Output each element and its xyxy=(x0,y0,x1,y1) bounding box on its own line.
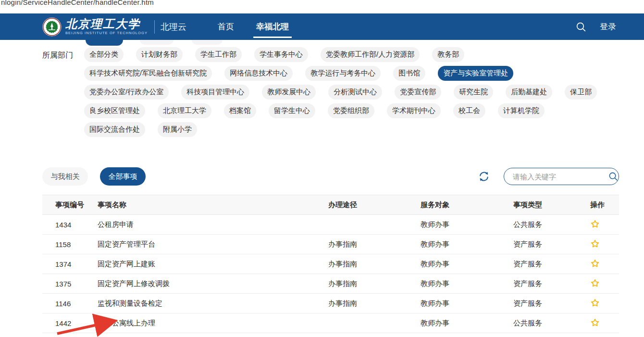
tag-row: 国际交流合作处附属小学 xyxy=(84,122,625,137)
filter-tag[interactable]: 良乡校区管理处 xyxy=(84,103,145,118)
favorite-star-icon[interactable] xyxy=(590,278,600,288)
filter-tag[interactable]: 教师发展中心 xyxy=(262,85,316,100)
filter-tag[interactable]: 留学生中心 xyxy=(269,103,315,118)
university-name-cn: 北京理工大学 xyxy=(65,18,148,30)
cutoff-selected-tag xyxy=(86,40,123,46)
filter-tag[interactable]: 分析测试中心 xyxy=(328,85,382,100)
filter-tag[interactable]: 北京理工大学 xyxy=(158,103,211,118)
table-row[interactable]: 1442教工公寓线上办理教师办事公共服务 xyxy=(42,313,619,333)
table-row[interactable]: 1375固定资产网上修改调拨办事指南教师办事资产服务 xyxy=(42,274,619,294)
filter-tag[interactable]: 研究生院 xyxy=(454,85,493,100)
type-cell: 资产服务 xyxy=(509,294,586,313)
item-name-cell[interactable]: 固定资产管理平台 xyxy=(94,235,324,254)
refresh-icon[interactable] xyxy=(477,170,491,183)
filter-tag[interactable]: 校工会 xyxy=(453,103,485,118)
header-search-icon[interactable] xyxy=(576,22,586,32)
action-cell xyxy=(586,274,619,294)
audience-cell: 教师办事 xyxy=(417,294,509,313)
channel-cell: 办事指南 xyxy=(324,254,417,274)
filter-tag[interactable]: 科技项目管理中心 xyxy=(181,85,249,100)
item-id-cell: 1442 xyxy=(42,313,94,333)
filter-tag[interactable]: 教务部 xyxy=(432,47,464,62)
cutoff-tag xyxy=(140,40,173,45)
filter-tag[interactable]: 学生工作部 xyxy=(195,47,242,62)
favorite-star-icon[interactable] xyxy=(590,239,600,249)
item-id-cell: 1158 xyxy=(42,235,94,254)
type-cell: 公共服务 xyxy=(509,313,586,333)
tab-related-to-me[interactable]: 与我相关 xyxy=(42,167,88,186)
filter-tag[interactable]: 党委教师工作部/人力资源部 xyxy=(321,47,420,62)
tab-all-items[interactable]: 全部事项 xyxy=(100,167,146,186)
filter-tag[interactable]: 国际交流合作处 xyxy=(84,122,145,137)
type-cell: 资产服务 xyxy=(509,235,586,254)
filter-tag[interactable]: 学生事务中心 xyxy=(254,47,308,62)
action-cell xyxy=(586,294,619,313)
login-button[interactable]: 登录 xyxy=(600,21,616,32)
filter-tag[interactable]: 党委办公室/行政办公室 xyxy=(84,85,169,100)
table-body: 1434公租房申请教师办事公共服务1158固定资产管理平台办事指南教师办事资产服… xyxy=(42,215,619,333)
active-tab-underline xyxy=(253,37,292,38)
type-cell: 资产服务 xyxy=(509,254,586,274)
site-logo[interactable]: 北京理工大学 BEIJING INSTITUTE OF TECHNOLOGY 北… xyxy=(42,17,186,37)
keyword-search-input[interactable] xyxy=(513,173,608,181)
filter-tag[interactable]: 附属小学 xyxy=(158,122,197,137)
nav-happy-bit-label: 幸福北理 xyxy=(256,21,289,32)
header-right: 登录 xyxy=(576,21,616,32)
filter-tag[interactable]: 学术期刊中心 xyxy=(387,103,441,118)
audience-cell: 教师办事 xyxy=(417,254,509,274)
filter-tag[interactable]: 党委组织部 xyxy=(328,103,374,118)
audience-cell: 教师办事 xyxy=(417,235,509,254)
favorite-star-icon[interactable] xyxy=(590,318,600,327)
column-header: 事项类型 xyxy=(509,195,586,215)
filter-tag[interactable]: 保卫部 xyxy=(565,85,597,100)
nav-home-label: 首页 xyxy=(218,21,234,32)
filter-tag[interactable]: 后勤基建处 xyxy=(506,85,552,100)
item-name-cell[interactable]: 固定资产网上修改调拨 xyxy=(94,274,324,294)
column-header: 事项名称 xyxy=(94,195,324,215)
service-items-table: 事项编号事项名称办理途径服务对象事项类型操作 1434公租房申请教师办事公共服务… xyxy=(42,195,619,333)
tag-row: 科学技术研究院/军民融合创新研究院网络信息技术中心教学运行与考务中心图书馆资产与… xyxy=(84,66,625,81)
item-name-cell[interactable]: 公租房申请 xyxy=(94,215,324,235)
filter-tag[interactable]: 教学运行与考务中心 xyxy=(305,66,381,81)
audience-cell: 教师办事 xyxy=(417,274,509,294)
department-tags: 全部分类计划财务部学生工作部学生事务中心党委教师工作部/人力资源部教务部科学技术… xyxy=(84,47,625,141)
filter-tag[interactable]: 党委宣传部 xyxy=(395,85,441,100)
table-row[interactable]: 1434公租房申请教师办事公共服务 xyxy=(42,215,619,235)
university-name-en: BEIJING INSTITUTE OF TECHNOLOGY xyxy=(65,31,148,35)
nav-item-home[interactable]: 首页 xyxy=(212,13,240,40)
filter-tag[interactable]: 网络信息技术中心 xyxy=(224,66,293,81)
browser-url-text: nlogin/ServiceHandleCenter/handleCenter.… xyxy=(1,0,154,6)
tag-row: 良乡校区管理处北京理工大学档案馆留学生中心党委组织部学术期刊中心校工会计算机学院 xyxy=(84,103,625,118)
filter-tag[interactable]: 计算机学院 xyxy=(498,103,545,118)
filter-tag[interactable]: 档案馆 xyxy=(224,103,256,118)
favorite-star-icon[interactable] xyxy=(590,259,600,268)
table-row[interactable]: 1374固定资产网上建账办事指南教师办事资产服务 xyxy=(42,254,619,274)
tag-row: 全部分类计划财务部学生工作部学生事务中心党委教师工作部/人力资源部教务部 xyxy=(84,47,625,62)
item-name-cell[interactable]: 监视和测量设备检定 xyxy=(94,294,324,313)
filter-tag[interactable]: 图书馆 xyxy=(393,66,425,81)
keyword-search-box xyxy=(504,168,619,185)
item-id-cell: 1375 xyxy=(42,274,94,294)
table-row[interactable]: 1146监视和测量设备检定办事指南教师办事资产服务 xyxy=(42,294,619,313)
filter-tag[interactable]: 科学技术研究院/军民融合创新研究院 xyxy=(84,66,212,81)
cutoff-tag xyxy=(192,40,223,45)
column-header: 操作 xyxy=(586,195,619,215)
item-name-cell[interactable]: 教工公寓线上办理 xyxy=(94,313,324,333)
column-header: 事项编号 xyxy=(42,195,94,215)
favorite-star-icon[interactable] xyxy=(590,219,600,229)
table-header-row: 事项编号事项名称办理途径服务对象事项类型操作 xyxy=(42,195,619,215)
nav-item-happy-bit[interactable]: 幸福北理 xyxy=(250,13,295,40)
type-cell: 公共服务 xyxy=(509,215,586,235)
type-cell: 资产服务 xyxy=(509,274,586,294)
favorite-star-icon[interactable] xyxy=(590,298,600,308)
item-id-cell: 1434 xyxy=(42,215,94,235)
filter-tag[interactable]: 全部分类 xyxy=(84,47,124,62)
filter-tag[interactable]: 资产与实验室管理处 xyxy=(438,66,513,81)
filter-tag[interactable]: 计划财务部 xyxy=(136,47,183,62)
channel-cell: 办事指南 xyxy=(324,294,417,313)
item-name-cell[interactable]: 固定资产网上建账 xyxy=(94,254,324,274)
item-id-cell: 1374 xyxy=(42,254,94,274)
table-row[interactable]: 1158固定资产管理平台办事指南教师办事资产服务 xyxy=(42,235,619,254)
action-cell xyxy=(586,313,619,333)
search-submit-icon[interactable] xyxy=(608,172,618,181)
